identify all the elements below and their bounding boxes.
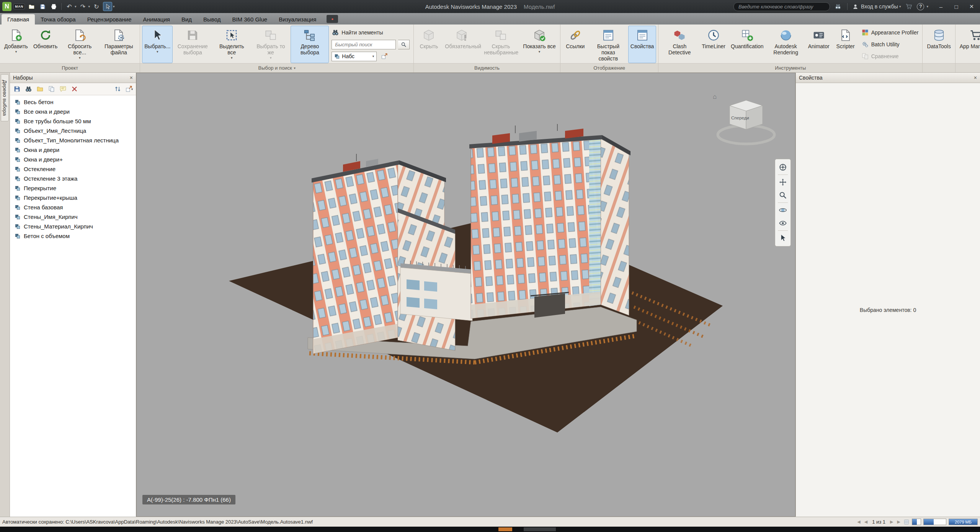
selection-tree-tab[interactable]: Дерево выбора [1,74,9,121]
set-item[interactable]: Объект_Тип_Монолитная лестница [10,135,136,145]
redo-dropdown-icon[interactable]: ▾ [88,5,90,8]
compare-button[interactable]: Сравнение [861,51,919,62]
select-tool-icon[interactable] [103,2,112,11]
next-page-button[interactable]: ▶ [889,519,894,524]
tab-home[interactable]: Главная [2,14,35,24]
tab-viewpoint[interactable]: Точка обзора [35,14,82,24]
set-item[interactable]: Остекление 3 этажа [10,174,136,183]
file-options-button[interactable]: Параметры файла [100,26,138,63]
select-cursor-icon[interactable] [776,232,789,245]
search-binoculars-icon[interactable] [833,2,843,11]
orbit-icon[interactable] [776,204,789,217]
print-icon[interactable] [49,2,58,11]
undo-dropdown-icon[interactable]: ▾ [75,5,77,8]
viewcube[interactable]: Спереди ⌂ [710,89,782,154]
viewport-3d[interactable]: Спереди ⌂ А(-99)-25(26) : -7.800 ФПн1 (6… [136,73,795,517]
home-icon[interactable]: ⌂ [713,93,717,100]
zoom-icon[interactable] [776,189,789,202]
full-navigation-wheel-icon[interactable] [776,161,789,174]
group-label-display[interactable]: Отображение [560,63,658,72]
set-item[interactable]: Объект_Имя_Лестница [10,126,136,135]
selection-tree-button[interactable]: Дерево выбора [291,26,329,63]
duplicate-set-button[interactable] [46,84,57,94]
sheet-browser-icon[interactable] [903,519,910,525]
sets-export-button[interactable] [379,52,389,61]
pan-icon[interactable] [776,176,789,189]
select-button[interactable]: Выбрать... ▾ [142,26,173,63]
quick-find-input[interactable] [332,40,396,49]
set-item[interactable]: Стены_Материал_Кирпич [10,222,136,231]
find-set-items-button[interactable] [23,84,34,94]
refresh-icon[interactable]: ↻ [92,2,101,11]
quantification-button[interactable]: Quantification [728,26,766,63]
reset-all-button[interactable]: Сбросить все... ▾ [60,26,99,63]
app-manager-button[interactable]: App Manager [957,26,980,63]
sets-panel-close-icon[interactable]: × [130,75,133,81]
set-item[interactable]: Бетон с объемом [10,231,136,241]
redo-icon[interactable]: ↷ [78,2,88,11]
maximize-button[interactable]: □ [949,0,964,13]
unhide-all-button[interactable]: Показать все ▾ [521,26,558,63]
record-tab-icon[interactable]: ● [327,15,338,23]
tab-review[interactable]: Рецензирование [82,14,137,24]
app-store-cart-icon[interactable] [904,2,913,11]
tab-animation[interactable]: Анимация [137,14,175,24]
prev-page-button[interactable]: ◀ [864,519,868,524]
tab-output[interactable]: Вывод [198,14,226,24]
autodesk-rendering-button[interactable]: Autodesk Rendering [767,26,805,63]
qat-customize-icon[interactable]: ▾ [113,5,115,8]
save-icon[interactable] [38,2,47,11]
add-comment-button[interactable] [57,84,68,94]
close-button[interactable]: × [964,0,979,13]
group-label-visibility[interactable]: Видимость [414,63,560,72]
set-item[interactable]: Перекрытие+крыша [10,193,136,202]
tab-visualization[interactable]: Визуализация [273,14,322,24]
tab-bim360glue[interactable]: BIM 360 Glue [226,14,273,24]
viewport-canvas[interactable] [136,73,795,517]
scripter-button[interactable]: Scripter [833,26,859,63]
open-file-icon[interactable] [27,2,36,11]
sort-sets-button[interactable] [112,84,123,94]
sets-dropdown[interactable]: Набс ▾ [332,52,377,61]
properties-panel-header[interactable]: Свойства × [796,73,980,83]
properties-panel-close-icon[interactable]: × [974,75,977,81]
help-dropdown-icon[interactable]: ▾ [926,5,928,8]
signin-button[interactable]: Вход в службы ▾ [852,3,901,10]
tab-view[interactable]: Вид [176,14,198,24]
new-folder-button[interactable] [34,84,45,94]
clash-detective-button[interactable]: Clash Detective [660,26,699,63]
add-button[interactable]: Добавить ▾ [2,26,30,63]
viewcube-front-face-label[interactable]: Спереди [731,116,749,120]
animator-button[interactable]: Animator [806,26,832,63]
group-label-tools[interactable]: Инструменты [658,63,922,72]
links-button[interactable]: Ссылки [562,26,588,63]
group-label-project[interactable]: Проект [0,63,140,72]
set-item[interactable]: Окна и двери+ [10,155,136,164]
minimize-button[interactable]: – [933,0,949,13]
group-label-select-search[interactable]: Выбор и поиск ▾ [140,63,413,72]
batch-utility-button[interactable]: Batch Utility [861,39,919,50]
set-item[interactable]: Перекрытие [10,183,136,193]
save-selection-button[interactable]: Сохранение выбора [173,26,212,63]
set-item[interactable]: Окна и двери [10,145,136,155]
model-building-left[interactable] [312,154,455,354]
appearance-profiler-button[interactable]: Appearance Profiler [861,27,919,38]
delete-set-button[interactable] [69,84,80,94]
look-around-icon[interactable] [776,217,789,230]
quick-properties-button[interactable]: Быстрый показ свойств [589,26,627,63]
require-button[interactable]: Обязательный [443,26,481,63]
find-items-button[interactable]: Найти элементы [332,27,410,38]
select-same-button[interactable]: Выбрать то же ▾ [252,26,290,63]
select-all-button[interactable]: Выделить все ▾ [212,26,251,63]
timeliner-button[interactable]: TimeLiner [699,26,728,63]
quick-find-button[interactable] [398,40,410,49]
set-item[interactable]: Все трубы больше 50 мм [10,116,136,126]
datatools-button[interactable]: DataTools [924,26,953,63]
keyword-search-input[interactable] [733,2,830,11]
set-item[interactable]: Остекление [10,164,136,174]
set-item[interactable]: Все окна и двери [10,107,136,116]
hide-unselected-button[interactable]: Скрыть невыбранные [482,26,520,63]
model-connector[interactable] [400,260,472,321]
properties-button[interactable]: Свойства [628,26,656,63]
refresh-button[interactable]: Обновить [31,26,60,63]
